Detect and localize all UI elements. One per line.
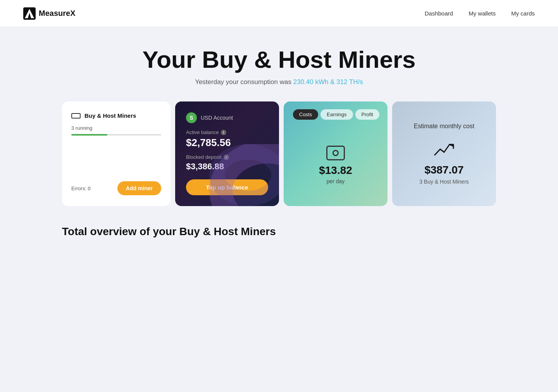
add-miner-button[interactable]: Add miner bbox=[117, 181, 161, 195]
usd-header: S USD Account bbox=[186, 112, 268, 123]
miners-card: Buy & Host Miners 3 running Errors: 0 Ad… bbox=[62, 101, 170, 206]
stats-icon bbox=[326, 146, 345, 160]
subtitle-highlight: 230.40 kWh & 312 TH/s bbox=[293, 78, 363, 86]
estimate-title: Estimate monthly cost bbox=[414, 123, 475, 130]
miner-icon bbox=[71, 113, 81, 119]
section-title: Total overview of your Buy & Host Miners bbox=[62, 225, 496, 238]
errors-label: Errors: 0 bbox=[71, 186, 91, 191]
hero-subtitle: Yesterday your consumption was 230.40 kW… bbox=[62, 78, 496, 86]
stats-tabs: Costs Earnings Profit bbox=[293, 109, 378, 120]
topup-button[interactable]: Top up balance bbox=[186, 179, 268, 195]
miners-card-header: Buy & Host Miners bbox=[71, 112, 161, 119]
tab-costs[interactable]: Costs bbox=[293, 109, 318, 120]
miners-card-footer: Errors: 0 Add miner bbox=[71, 181, 161, 195]
usd-icon: S bbox=[186, 112, 197, 123]
active-balance-amount: $2,785.56 bbox=[186, 137, 268, 149]
main-nav: Dashboard My wallets My cards bbox=[425, 10, 535, 17]
usd-title: USD Account bbox=[201, 115, 233, 121]
trend-icon bbox=[434, 141, 454, 159]
stats-card: Costs Earnings Profit $13.82 per day bbox=[284, 101, 388, 206]
logo-text: MeasureX bbox=[39, 9, 76, 18]
logo-icon bbox=[23, 7, 36, 20]
estimate-card: Estimate monthly cost $387.07 3 Buy & Ho… bbox=[392, 101, 496, 206]
estimate-subtitle: 3 Buy & Host Miners bbox=[419, 179, 469, 185]
nav-cards[interactable]: My cards bbox=[511, 10, 535, 17]
main-content: Your Buy & Host Miners Yesterday your co… bbox=[46, 27, 512, 261]
nav-wallets[interactable]: My wallets bbox=[468, 10, 496, 17]
miners-card-title: Buy & Host Miners bbox=[84, 112, 136, 119]
balance-section: Active balance i $2,785.56 Blocked depos… bbox=[186, 129, 268, 179]
progress-bar-fill bbox=[71, 134, 107, 136]
progress-bar-bg bbox=[71, 134, 161, 136]
nav-dashboard[interactable]: Dashboard bbox=[425, 10, 453, 17]
active-balance-label: Active balance i bbox=[186, 129, 268, 135]
stats-center: $13.82 per day bbox=[293, 131, 378, 198]
header: MeasureX Dashboard My wallets My cards bbox=[0, 0, 558, 27]
page-title: Your Buy & Host Miners bbox=[62, 46, 496, 73]
cards-row: Buy & Host Miners 3 running Errors: 0 Ad… bbox=[62, 101, 496, 206]
tab-profit[interactable]: Profit bbox=[355, 109, 379, 120]
blocked-deposit-info-icon[interactable]: i bbox=[224, 155, 229, 160]
running-label: 3 running bbox=[71, 125, 161, 131]
blocked-deposit-label: Blocked deposit i bbox=[186, 154, 268, 160]
stats-amount: $13.82 bbox=[319, 164, 352, 177]
usd-account-card: S USD Account Active balance i $2,785.56… bbox=[175, 101, 279, 206]
logo[interactable]: MeasureX bbox=[23, 7, 76, 20]
stats-period: per day bbox=[327, 178, 345, 184]
blocked-deposit-amount: $3,386.88 bbox=[186, 162, 268, 172]
estimate-amount: $387.07 bbox=[424, 164, 463, 176]
eye-box-icon bbox=[326, 146, 345, 160]
active-balance-info-icon[interactable]: i bbox=[221, 130, 226, 135]
eye-circle-icon bbox=[332, 150, 339, 156]
tab-earnings[interactable]: Earnings bbox=[320, 109, 353, 120]
subtitle-prefix: Yesterday your consumption was bbox=[195, 78, 293, 86]
